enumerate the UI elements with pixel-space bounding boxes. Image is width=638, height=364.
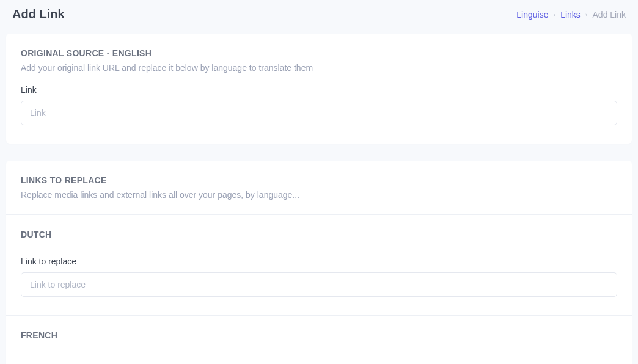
language-title: FRENCH — [21, 330, 617, 340]
chevron-right-icon: › — [585, 11, 588, 18]
links-to-replace-card: LINKS TO REPLACE Replace media links and… — [6, 161, 632, 364]
language-section-french: FRENCH — [6, 315, 632, 364]
language-title: DUTCH — [21, 230, 617, 239]
breadcrumb-links[interactable]: Links — [560, 10, 581, 20]
page-title: Add Link — [12, 7, 65, 21]
original-link-input[interactable] — [21, 101, 617, 125]
link-label: Link — [21, 85, 617, 95]
language-section-dutch: DUTCH Link to replace — [6, 214, 632, 315]
breadcrumb-current: Add Link — [593, 10, 626, 20]
section-description: Replace media links and external links a… — [21, 190, 617, 200]
breadcrumb-linguise[interactable]: Linguise — [516, 10, 548, 20]
replace-header: LINKS TO REPLACE Replace media links and… — [6, 161, 632, 214]
original-source-section: ORIGINAL SOURCE - ENGLISH Add your origi… — [6, 34, 632, 144]
content: ORIGINAL SOURCE - ENGLISH Add your origi… — [0, 34, 638, 364]
page-header: Add Link Linguise › Links › Add Link — [0, 0, 638, 34]
chevron-right-icon: › — [553, 11, 556, 18]
breadcrumb: Linguise › Links › Add Link — [516, 10, 626, 20]
section-description: Add your original link URL and replace i… — [21, 63, 617, 73]
dutch-link-input[interactable] — [21, 272, 617, 297]
section-title: LINKS TO REPLACE — [21, 175, 617, 185]
link-replace-label: Link to replace — [21, 257, 617, 266]
original-source-card: ORIGINAL SOURCE - ENGLISH Add your origi… — [6, 34, 632, 144]
section-title: ORIGINAL SOURCE - ENGLISH — [21, 48, 617, 58]
